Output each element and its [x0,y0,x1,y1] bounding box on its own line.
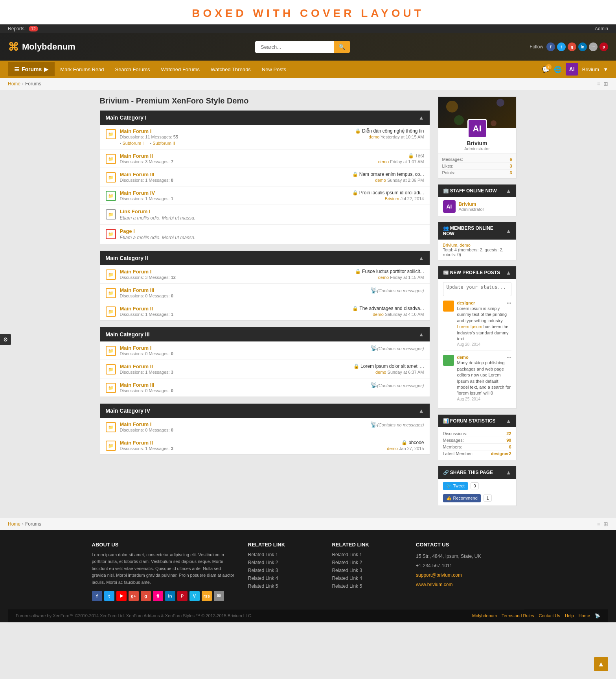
footer-rss-icon[interactable]: rss [202,591,212,601]
recommend-button[interactable]: 👍 Recommend [443,494,481,502]
search-button[interactable]: 🔍 [334,41,350,53]
related-2-link-2[interactable]: Related Link 2 [332,560,362,565]
staff-avatar[interactable]: AI [443,200,456,213]
footer-youtube-icon[interactable]: ▶ [116,591,127,601]
last-post-author[interactable]: demo [387,446,398,451]
globe-icon[interactable]: 🌐 [554,66,562,73]
forum-name[interactable]: Main Forum I [120,128,342,134]
forum-stats-collapse[interactable]: ▲ [506,418,511,424]
related-1-link-1[interactable]: Related Link 1 [248,552,278,557]
forum-name[interactable]: Main Forum I [120,345,342,351]
chat-icon[interactable]: 💬1 [542,66,550,73]
user-avatar-nav[interactable]: AI [566,63,578,76]
staff-name[interactable]: Brivium [459,201,484,207]
forum-name[interactable]: Link Forum I [120,208,424,214]
category-collapse[interactable]: ▲ [419,114,424,121]
reports-badge[interactable]: 12 [29,26,38,31]
last-post-author[interactable]: demo [369,135,380,139]
footer-rss-icon[interactable]: 📡 [595,613,600,618]
facebook-icon[interactable]: f [546,42,555,51]
category-collapse[interactable]: ▲ [419,408,424,414]
forums-button[interactable]: ☰ Forums ▶ [8,62,55,76]
list-icon[interactable]: ≡ [597,81,600,87]
footer-googleplus-icon[interactable]: g+ [129,591,139,601]
user-name-nav[interactable]: Brivium [582,66,599,72]
footer-grid-icon[interactable]: ⊞ [603,521,608,527]
forum-name[interactable]: Main Forum III [120,172,342,177]
post-more-2[interactable]: ••• [507,355,511,360]
related-1-link-2[interactable]: Related Link 2 [248,560,278,565]
contact-email[interactable]: support@brivium.com [416,572,462,578]
nav-mark-read[interactable]: Mark Forums Read [55,62,109,77]
post-author-1[interactable]: designer [457,301,475,305]
nav-watched-threads[interactable]: Watched Threads [205,62,256,77]
forum-name[interactable]: Main Forum IV [120,190,342,196]
members-online-collapse[interactable]: ▲ [506,228,511,234]
footer-link-home[interactable]: Home [579,613,590,618]
nav-search-forums[interactable]: Search Forums [110,62,156,77]
status-input[interactable] [443,282,511,296]
user-dropdown-arrow[interactable]: ▼ [603,66,608,72]
category-collapse[interactable]: ▲ [419,331,424,338]
nav-watched-forums[interactable]: Watched Forums [155,62,205,77]
related-1-link-5[interactable]: Related Link 5 [248,583,278,589]
linkedin-icon[interactable]: in [578,42,587,51]
related-2-link-1[interactable]: Related Link 1 [332,552,362,557]
last-post-author[interactable]: Brivium [385,196,399,201]
footer-flickr-icon[interactable]: fl [153,591,163,601]
footer-breadcrumb-home[interactable]: Home [8,521,20,527]
nav-new-posts[interactable]: New Posts [256,62,292,77]
forum-name[interactable]: Main Forum II [120,306,342,312]
last-post-author[interactable]: demo [375,178,386,183]
forum-name[interactable]: Main Forum II [120,440,342,446]
related-2-link-3[interactable]: Related Link 3 [332,568,362,573]
footer-gp2-icon[interactable]: g [141,591,151,601]
footer-vimeo-icon[interactable]: V [189,591,200,601]
admin-label[interactable]: Admin [595,26,608,31]
footer-twitter-icon[interactable]: t [104,591,114,601]
footer-pinterest-icon[interactable]: P [177,591,188,601]
footer-link-molybdenum[interactable]: Molybdenum [472,613,497,618]
forum-name[interactable]: Page I [120,228,424,234]
related-2-link-4[interactable]: Related Link 4 [332,576,362,581]
post-avatar-demo[interactable] [443,355,454,366]
related-1-link-3[interactable]: Related Link 3 [248,568,278,573]
post-avatar-designer[interactable] [443,301,454,312]
related-1-link-4[interactable]: Related Link 4 [248,576,278,581]
related-2-link-5[interactable]: Related Link 5 [332,583,362,589]
breadcrumb-home[interactable]: Home [8,81,20,87]
footer-email-icon[interactable]: ✉ [214,591,224,601]
forum-name[interactable]: Main Forum III [120,287,342,293]
last-post-author[interactable]: demo [373,312,384,317]
forum-name[interactable]: Main Forum III [120,382,342,388]
footer-link-help[interactable]: Help [565,613,574,618]
forum-name[interactable]: Main Forum I [120,269,342,275]
member-link-demo[interactable]: demo [460,243,471,247]
pinterest-icon[interactable]: p [599,42,608,51]
last-post-author[interactable]: demo [378,275,389,280]
footer-link-terms[interactable]: Terms and Rules [502,613,534,618]
footer-facebook-icon[interactable]: f [92,591,102,601]
tweet-button[interactable]: 🐦 Tweet [443,482,468,490]
forum-name[interactable]: Main Forum II [120,153,342,159]
last-post-author[interactable]: demo [378,159,389,164]
profile-avatar[interactable]: AI [467,119,487,138]
more-social-icon[interactable]: ··· [589,42,598,51]
forum-name[interactable]: Main Forum II [120,363,342,369]
search-input[interactable] [255,41,334,53]
googleplus-icon[interactable]: g [568,42,576,51]
subforum-link[interactable]: Subforum II [153,141,175,146]
footer-linkedin-icon[interactable]: in [165,591,175,601]
subforum-link[interactable]: Subforum I [122,141,143,146]
profile-posts-collapse[interactable]: ▲ [506,269,511,276]
post-more-1[interactable]: ••• [507,301,511,305]
category-collapse[interactable]: ▲ [419,255,424,261]
profile-name[interactable]: Brivium [438,140,516,146]
member-link-brivium[interactable]: Brivium [443,243,458,247]
twitter-icon[interactable]: t [557,42,566,51]
contact-website[interactable]: www.brivium.com [416,582,452,587]
footer-link-contact[interactable]: Contact Us [539,613,560,618]
grid-icon[interactable]: ⊞ [603,81,608,87]
footer-list-icon[interactable]: ≡ [597,521,600,527]
settings-cog[interactable]: ⚙ [0,334,11,345]
